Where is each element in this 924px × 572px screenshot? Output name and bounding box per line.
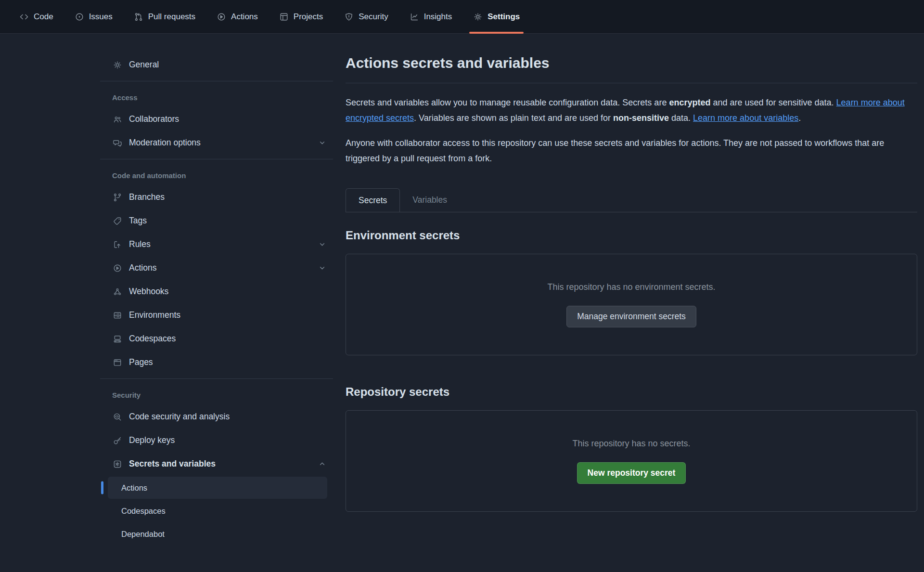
sidebar-heading-code-and-automation: Code and automation [100,164,333,185]
repository-secrets-empty-text: This repository has no secrets. [572,439,690,449]
tab-security[interactable]: Security [344,0,388,33]
sidebar-item-deploy-keys[interactable]: Deploy keys [100,429,333,452]
environment-secrets-empty-text: This repository has no environment secre… [547,282,715,292]
tab-security-label: Security [359,12,388,22]
tab-insights[interactable]: Insights [410,0,452,33]
secrets-variables-tabnav: Secrets Variables [346,188,917,212]
tab-actions-label: Actions [231,12,258,22]
sidebar-item-label: Deploy keys [129,435,175,445]
pull-request-icon [134,12,143,22]
sidebar-subitem-dependabot[interactable]: Dependabot [108,523,327,545]
settings-sidebar: General Access Collaborators Moderation … [100,53,333,546]
sidebar-item-webhooks[interactable]: Webhooks [100,280,333,303]
codescan-icon [112,412,122,422]
sidebar-item-moderation-options[interactable]: Moderation options [100,131,333,155]
new-repository-secret-button[interactable]: New repository secret [577,462,686,484]
collaborator-note: Anyone with collaborator access to this … [346,135,917,166]
sidebar-item-label: Secrets and variables [129,459,216,469]
key-icon [112,436,122,445]
sidebar-subitem-label: Dependabot [121,530,165,539]
sidebar-item-label: Code security and analysis [129,412,230,422]
sidebar-item-label: Collaborators [129,114,179,124]
intro-bold-non-sensitive: non-sensitive [613,113,669,123]
tab-projects[interactable]: Projects [279,0,323,33]
sidebar-item-branches[interactable]: Branches [100,185,333,209]
manage-environment-secrets-button[interactable]: Manage environment secrets [566,306,696,327]
sidebar-item-environments[interactable]: Environments [100,303,333,327]
repository-secrets-empty-box: This repository has no secrets. New repo… [346,410,917,512]
sidebar-item-label: General [129,60,159,70]
sidebar-item-label: Actions [129,263,156,273]
webhook-icon [112,287,122,297]
intro-text: and are used for sensitive data. [710,98,836,107]
server-icon [112,311,122,320]
environment-secrets-heading: Environment secrets [346,229,917,242]
tab-actions[interactable]: Actions [217,0,258,33]
tab-issues-label: Issues [89,12,113,22]
tab-pull-requests-label: Pull requests [148,12,195,22]
chevron-down-icon [318,139,326,147]
sidebar-heading-access: Access [100,86,333,107]
codespaces-icon [112,334,122,344]
people-icon [112,115,122,124]
sidebar-subitem-actions[interactable]: Actions [108,477,327,499]
gear-icon [112,60,122,70]
sidebar-item-code-security-and-analysis[interactable]: Code security and analysis [100,405,333,429]
sidebar-subitem-codespaces[interactable]: Codespaces [108,500,327,522]
graph-icon [410,12,419,22]
sidebar-item-label: Tags [129,216,147,226]
sidebar-divider [100,159,333,159]
tag-icon [112,216,122,226]
sidebar-item-label: Environments [129,310,180,320]
intro-text: Secrets and variables allow you to manag… [346,98,669,107]
sidebar-divider [100,378,333,379]
gear-icon [473,12,483,22]
page-title: Actions secrets and variables [346,55,917,71]
intro-text: data. [669,113,693,123]
tab-settings[interactable]: Settings [473,0,520,33]
intro-text: . Variables are shown as plain text and … [414,113,613,123]
browser-icon [112,358,122,367]
comment-discussion-icon [112,138,122,148]
chevron-up-icon [318,460,326,468]
tab-insights-label: Insights [424,12,452,22]
intro-paragraph: Secrets and variables allow you to manag… [346,95,917,126]
intro-bold-encrypted: encrypted [669,98,710,107]
play-circle-icon [112,263,122,273]
environment-secrets-empty-box: This repository has no environment secre… [346,254,917,355]
sidebar-item-label: Webhooks [129,286,168,297]
sidebar-item-general[interactable]: General [100,53,333,77]
intro-text: . [798,113,801,123]
title-divider [346,83,917,83]
sidebar-item-codespaces[interactable]: Codespaces [100,327,333,351]
repo-tab-bar: Code Issues Pull requests Actions Projec… [0,0,924,34]
play-circle-icon [217,12,226,22]
code-icon [19,12,29,22]
sidebar-item-label: Branches [129,192,165,202]
repository-secrets-heading: Repository secrets [346,385,917,399]
issue-icon [75,12,84,22]
sidebar-item-pages[interactable]: Pages [100,351,333,374]
link-variables[interactable]: Learn more about variables [693,113,798,123]
sidebar-item-label: Moderation options [129,138,201,148]
tab-pull-requests[interactable]: Pull requests [134,0,195,33]
sidebar-item-tags[interactable]: Tags [100,209,333,233]
git-branch-icon [112,193,122,202]
project-table-icon [279,12,289,22]
sidebar-item-label: Rules [129,239,151,249]
sidebar-item-actions[interactable]: Actions [100,256,333,280]
sidebar-subitem-label: Actions [121,483,147,493]
chevron-down-icon [318,240,326,248]
tab-secrets[interactable]: Secrets [346,188,400,212]
sidebar-item-rules[interactable]: Rules [100,233,333,256]
sidebar-item-collaborators[interactable]: Collaborators [100,107,333,131]
tab-variables[interactable]: Variables [400,188,460,212]
tab-code[interactable]: Code [19,0,53,33]
sidebar-divider [100,81,333,81]
sidebar-item-label: Codespaces [129,334,176,344]
active-indicator [101,481,103,494]
sidebar-item-secrets-and-variables[interactable]: Secrets and variables [100,452,333,476]
sidebar-heading-security: Security [100,383,333,405]
tab-issues[interactable]: Issues [75,0,113,33]
main-content: Actions secrets and variables Secrets an… [346,53,917,546]
